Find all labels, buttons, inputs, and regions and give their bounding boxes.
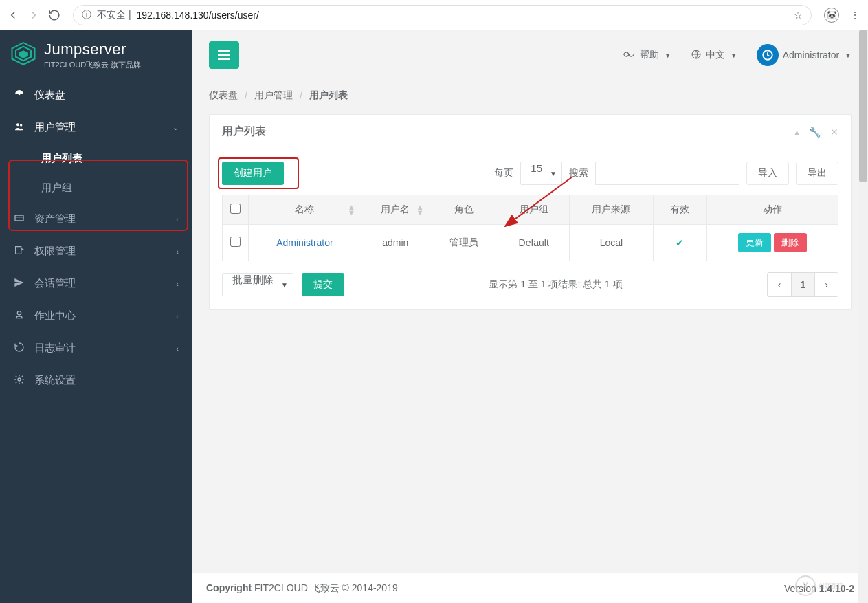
row-checkbox[interactable] [230,237,241,247]
brand-name: Jumpserver [44,41,141,58]
help-menu[interactable]: 帮助 ▼ [622,49,671,61]
update-button[interactable]: 更新 [738,233,771,252]
sidebar-label: 仪表盘 [34,89,65,102]
star-icon[interactable]: ☆ [794,10,803,21]
page-prev[interactable]: ‹ [768,273,791,296]
watermark: X 创新互联 [795,574,857,597]
pagination: ‹ 1 › [767,272,838,297]
chevron-left-icon: ‹ [176,312,179,320]
per-page-select[interactable]: 15 ▼ [520,162,562,185]
col-action: 动作 [706,195,838,225]
wrench-icon[interactable]: 🔧 [809,127,821,138]
import-button[interactable]: 导入 [746,162,789,185]
th-label: 用户名 [381,204,410,215]
select-value: 15 [520,162,562,185]
back-icon[interactable] [7,9,19,21]
scrollbar[interactable] [858,30,868,603]
button-label: 创建用户 [234,167,272,179]
sidebar-item-user-group[interactable]: 用户组 [0,173,192,203]
users-table: 名称▲▼ 用户名▲▼ 角色 用户组 用户来源 有效 动作 [222,195,838,261]
export-button[interactable]: 导出 [796,162,838,185]
chevron-left-icon: ‹ [176,344,179,353]
watermark-text: 创新互联 [819,582,843,591]
table-toolbar: 创建用户 每页 15 ▼ 搜索 导入 导出 [222,162,838,185]
svg-rect-6 [15,215,23,221]
th-label: 动作 [763,204,782,215]
sidebar: Jumpserver FIT2CLOUD飞致云 旗下品牌 仪表盘 用户管理 ⌄ … [0,30,192,603]
forward-icon[interactable] [27,9,40,21]
chevron-left-icon: ‹ [176,215,179,223]
batch-submit-button[interactable]: 提交 [302,273,344,296]
sidebar-item-dashboard[interactable]: 仪表盘 [0,79,192,111]
batch-action-select[interactable]: 批量删除 ▼ [222,273,293,296]
sidebar-item-jobs[interactable]: 作业中心 ‹ [0,300,192,332]
col-username[interactable]: 用户名▲▼ [361,195,430,225]
hamburger-icon [218,50,230,60]
sidebar-label: 权限管理 [34,245,76,258]
breadcrumb-current: 用户列表 [309,89,348,102]
sidebar-item-settings[interactable]: 系统设置 [0,364,192,397]
col-group: 用户组 [498,195,570,225]
delete-button[interactable]: 删除 [774,233,807,252]
avatar [757,44,779,66]
sidebar-item-assets[interactable]: 资产管理 ‹ [0,203,192,235]
audits-icon [14,342,25,355]
menu-dots-icon[interactable]: ⋮ [849,9,861,21]
dashboard-icon [14,89,25,102]
sort-icon: ▲▼ [416,204,424,215]
col-valid: 有效 [653,195,706,225]
browser-toolbar: ⓘ 不安全 | 192.168.148.130/users/user/ ☆ 🐼 … [0,0,868,30]
col-name[interactable]: 名称▲▼ [249,195,361,225]
breadcrumb-item[interactable]: 仪表盘 [209,89,238,102]
logo: Jumpserver FIT2CLOUD飞致云 旗下品牌 [0,30,192,79]
th-label: 名称 [295,204,314,215]
scrollbar-thumb[interactable] [859,30,867,182]
svg-point-5 [20,124,22,126]
th-label: 用户来源 [592,204,630,215]
check-icon: ✔ [676,237,684,248]
sidebar-label: 用户组 [41,182,72,193]
per-page-label: 每页 [494,167,513,179]
sidebar-item-audits[interactable]: 日志审计 ‹ [0,332,192,364]
table-info: 显示第 1 至 1 项结果; 总共 1 项 [353,278,759,291]
reload-icon[interactable] [48,9,60,21]
th-label: 用户组 [520,204,548,215]
main-content: 帮助 ▼ 中文 ▼ Administrator ▼ 仪表盘 / 用户管理 / [192,30,868,603]
select-value: 批量删除 [222,273,293,296]
url-bar[interactable]: ⓘ 不安全 | 192.168.148.130/users/user/ ☆ [73,5,812,25]
perms-icon [14,245,25,258]
extension-icon[interactable]: 🐼 [824,8,839,23]
page-number[interactable]: 1 [791,273,814,296]
cell-role: 管理员 [430,225,498,261]
user-label: Administrator [783,50,839,61]
button-label: 提交 [313,278,333,291]
select-all-checkbox[interactable] [230,204,241,214]
footer: Copyright FIT2CLOUD 飞致云 © 2014-2019 Vers… [192,573,868,603]
sidebar-item-sessions[interactable]: 会话管理 ‹ [0,267,192,300]
assets-icon [14,212,25,226]
sidebar-item-user-list[interactable]: 用户列表 [0,144,192,173]
cell-group: Default [498,225,570,261]
chevron-left-icon: ‹ [176,248,179,256]
page-next[interactable]: › [814,273,838,296]
create-user-button[interactable]: 创建用户 [222,162,284,185]
toggle-sidebar-button[interactable] [209,41,239,69]
globe-icon [691,49,702,62]
language-label: 中文 [706,49,725,61]
logo-icon [8,40,38,70]
table-row: Administrator admin 管理员 Default Local ✔ … [223,225,838,261]
collapse-icon[interactable]: ▴ [794,127,799,138]
caret-down-icon: ▼ [665,52,671,59]
th-label: 有效 [670,204,689,215]
user-menu[interactable]: Administrator ▼ [757,44,852,66]
user-name-link[interactable]: Administrator [276,237,333,248]
sidebar-label: 日志审计 [34,342,76,355]
sidebar-item-perms[interactable]: 权限管理 ‹ [0,235,192,267]
sidebar-item-users[interactable]: 用户管理 ⌄ [0,111,192,144]
search-input[interactable] [595,162,739,185]
cell-source: Local [569,225,653,261]
close-icon[interactable]: ✕ [830,127,838,138]
breadcrumb-item[interactable]: 用户管理 [254,89,293,102]
copyright-text: FIT2CLOUD 飞致云 © 2014-2019 [252,582,398,593]
language-menu[interactable]: 中文 ▼ [691,49,737,62]
